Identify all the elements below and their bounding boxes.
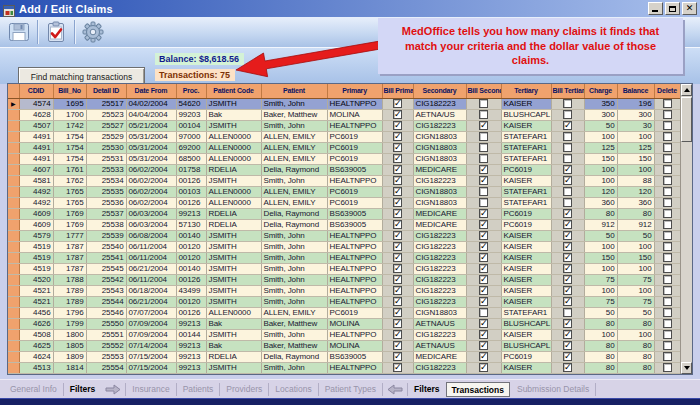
delete-checkbox[interactable] [663, 110, 672, 119]
delete-checkbox[interactable] [663, 363, 672, 372]
column-header-patient[interactable]: Patient [261, 84, 327, 99]
bill_primary-checkbox[interactable] [393, 198, 402, 207]
bill_tertiary-checkbox[interactable] [563, 165, 572, 174]
bill_tertiary-checkbox[interactable] [563, 264, 572, 273]
table-row[interactable]: 450818002555107/09/200400144JSMITHSmith,… [8, 330, 680, 341]
bill_tertiary-checkbox[interactable] [563, 99, 572, 108]
bill_tertiary-checkbox[interactable] [563, 363, 572, 372]
bill_primary-checkbox[interactable] [393, 110, 402, 119]
delete-checkbox[interactable] [663, 121, 672, 130]
bill_secondary-checkbox[interactable] [479, 363, 488, 372]
table-row[interactable]: 452017882554206/11/200400126JSMITHSmith,… [8, 275, 680, 286]
table-row[interactable]: 462817002552304/04/200499203BakBaker, Ma… [8, 110, 680, 121]
table-row[interactable]: 451917872554006/11/200400120JSMITHSmith,… [8, 242, 680, 253]
bill_secondary-checkbox[interactable] [479, 308, 488, 317]
bill_secondary-checkbox[interactable] [479, 341, 488, 350]
bill_tertiary-checkbox[interactable] [563, 308, 572, 317]
table-row[interactable]: 451318142555407/15/200499213JSMITHSmith,… [8, 363, 680, 374]
table-row[interactable]: 458117622553406/02/200400126JSMITHSmith,… [8, 176, 680, 187]
vertical-scrollbar[interactable] [680, 84, 692, 374]
bill_secondary-checkbox[interactable] [479, 110, 488, 119]
delete-checkbox[interactable] [663, 99, 672, 108]
tab-transactions[interactable]: Transactions [446, 382, 510, 397]
table-row[interactable]: 460917692553706/03/200499213RDELIADelia,… [8, 209, 680, 220]
row-selector[interactable] [8, 198, 19, 209]
bill_tertiary-checkbox[interactable] [563, 253, 572, 262]
bill_secondary-checkbox[interactable] [479, 154, 488, 163]
table-row[interactable]: 449117542553105/31/200468500ALLEN0000ALL… [8, 154, 680, 165]
delete-checkbox[interactable] [663, 341, 672, 350]
delete-checkbox[interactable] [663, 286, 672, 295]
delete-checkbox[interactable] [663, 176, 672, 185]
row-selector[interactable] [8, 308, 19, 319]
bill_primary-checkbox[interactable] [393, 319, 402, 328]
delete-checkbox[interactable] [663, 209, 672, 218]
bill_tertiary-checkbox[interactable] [563, 341, 572, 350]
delete-checkbox[interactable] [663, 297, 672, 306]
column-header-date_from[interactable]: Date From [126, 84, 176, 99]
maximize-button[interactable] [665, 2, 680, 15]
bill_primary-checkbox[interactable] [393, 308, 402, 317]
bill_tertiary-checkbox[interactable] [563, 352, 572, 361]
bill_primary-checkbox[interactable] [393, 143, 402, 152]
bill_secondary-checkbox[interactable] [479, 297, 488, 306]
bill_tertiary-checkbox[interactable] [563, 121, 572, 130]
row-selector[interactable] [8, 143, 19, 154]
delete-checkbox[interactable] [663, 143, 672, 152]
column-header-delete[interactable]: Delete [654, 84, 680, 99]
bill_secondary-checkbox[interactable] [479, 143, 488, 152]
row-selector[interactable] [8, 297, 19, 308]
row-selector[interactable] [8, 363, 19, 374]
bill_primary-checkbox[interactable] [393, 264, 402, 273]
bill_primary-checkbox[interactable] [393, 352, 402, 361]
column-header-charge[interactable]: Charge [584, 84, 617, 99]
settings-button[interactable] [78, 19, 108, 46]
minimize-button[interactable] [648, 2, 663, 15]
table-row[interactable]: 451917872554106/11/200400120JSMITHSmith,… [8, 253, 680, 264]
table-row[interactable]: 460917692553806/03/200457130RDELIADelia,… [8, 220, 680, 231]
table-row[interactable]: 449117542553005/31/200469200ALLEN0000ALL… [8, 143, 680, 154]
bill_secondary-checkbox[interactable] [479, 330, 488, 339]
tab-filters[interactable]: Filters [408, 383, 446, 396]
table-row[interactable]: 457917772553906/08/200400140JSMITHSmith,… [8, 231, 680, 242]
table-row[interactable]: ▶457416952551704/02/200454620JSMITHSmith… [8, 99, 680, 110]
row-selector[interactable]: ▶ [8, 99, 19, 110]
bill_primary-checkbox[interactable] [393, 187, 402, 196]
bill_tertiary-checkbox[interactable] [563, 242, 572, 251]
tab-providers[interactable]: Providers [220, 383, 269, 396]
table-row[interactable]: 451917872554506/21/200400140JSMITHSmith,… [8, 264, 680, 275]
row-selector[interactable] [8, 132, 19, 143]
row-selector[interactable] [8, 231, 19, 242]
bill_primary-checkbox[interactable] [393, 330, 402, 339]
bill_primary-checkbox[interactable] [393, 132, 402, 141]
row-selector[interactable] [8, 341, 19, 352]
bill_primary-checkbox[interactable] [393, 275, 402, 284]
close-button[interactable]: ✕ [682, 2, 697, 15]
bill_tertiary-checkbox[interactable] [563, 110, 572, 119]
bill_tertiary-checkbox[interactable] [563, 231, 572, 240]
bill_secondary-checkbox[interactable] [479, 253, 488, 262]
bill_primary-checkbox[interactable] [393, 176, 402, 185]
table-row[interactable]: 460717612553306/02/200401758RDELIADelia,… [8, 165, 680, 176]
bill_primary-checkbox[interactable] [393, 231, 402, 240]
row-selector[interactable] [8, 253, 19, 264]
bill_primary-checkbox[interactable] [393, 154, 402, 163]
delete-checkbox[interactable] [663, 275, 672, 284]
bill_tertiary-checkbox[interactable] [563, 220, 572, 229]
delete-checkbox[interactable] [663, 319, 672, 328]
column-header-patient_code[interactable]: Patient Code [206, 84, 261, 99]
table-row[interactable]: 449217652553606/02/200400126ALLEN0000ALL… [8, 198, 680, 209]
save-button[interactable] [4, 19, 34, 46]
bill_primary-checkbox[interactable] [393, 297, 402, 306]
bill_primary-checkbox[interactable] [393, 99, 402, 108]
delete-checkbox[interactable] [663, 330, 672, 339]
row-selector[interactable] [8, 352, 19, 363]
bill_tertiary-checkbox[interactable] [563, 176, 572, 185]
scroll-down-button[interactable] [681, 362, 692, 374]
delete-checkbox[interactable] [663, 242, 672, 251]
row-selector[interactable] [8, 209, 19, 220]
table-row[interactable]: 452117892554406/21/200400120JSMITHSmith,… [8, 297, 680, 308]
bill_secondary-checkbox[interactable] [479, 275, 488, 284]
bill_secondary-checkbox[interactable] [479, 231, 488, 240]
bill_secondary-checkbox[interactable] [479, 165, 488, 174]
